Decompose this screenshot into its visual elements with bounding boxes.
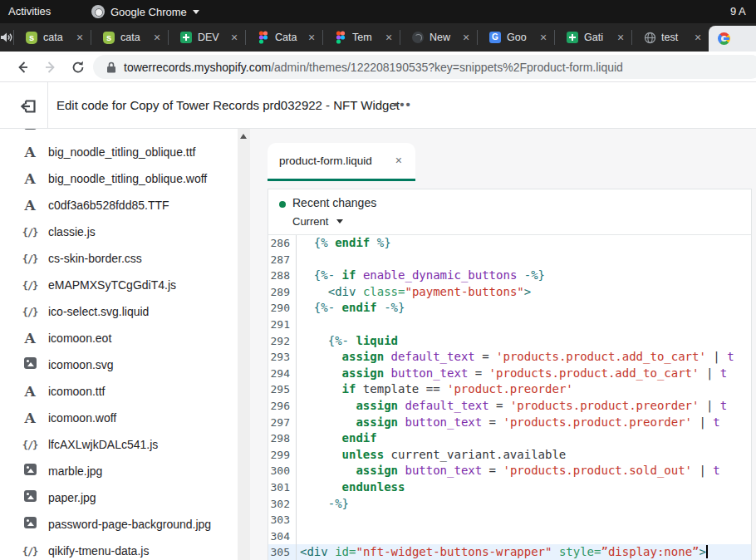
code-line[interactable]: 297 assign button_text = 'products.produ… <box>268 415 751 431</box>
code-file-icon: {/} <box>22 543 38 558</box>
code-line[interactable]: 292 {%- liquid <box>268 333 751 350</box>
browser-tab[interactable]: New× <box>400 23 477 52</box>
system-top-bar: Activities Google Chrome 9 A <box>0 0 756 23</box>
file-list-item[interactable]: {/}eMAPMXSyTCgGdiT4.js <box>0 272 238 298</box>
tab-close-icon[interactable]: × <box>75 32 85 42</box>
tab-list: scata×scata×DEV×Cata×Tem×New×GGoo×Gati×t… <box>13 23 756 52</box>
code-line[interactable]: 291 <box>268 317 751 333</box>
header-divider <box>47 82 48 129</box>
file-list-item[interactable]: {/}ico-select.svg.liquid <box>0 298 238 325</box>
code-line[interactable]: 286 {% endif %} <box>268 235 751 252</box>
image-file-icon <box>22 129 38 133</box>
file-list-item[interactable]: Abig_noodle_titling_oblique.ttf <box>0 139 238 165</box>
version-bar: Recent changes Current <box>268 189 751 235</box>
clock[interactable]: 9 A <box>730 0 746 23</box>
code-line-text <box>297 317 751 333</box>
file-list-item[interactable]: Ac0df3a6b528fdd85.TTF <box>0 192 238 219</box>
sheets-icon <box>566 31 579 44</box>
code-line-text: {%- if enable_dynamic_buttons -%} <box>297 268 751 284</box>
code-line[interactable]: 301 endunless <box>268 479 751 496</box>
tab-close-icon[interactable]: × <box>152 32 162 42</box>
code-line[interactable]: 305<div id="nft-widget-buttons-wrapper" … <box>268 544 751 560</box>
file-list-item[interactable] <box>0 129 238 139</box>
browser-tab[interactable]: test× <box>631 23 709 52</box>
more-actions-button[interactable]: ••• <box>389 96 417 115</box>
file-list-item[interactable]: {/}qikify-tmenu-data.js <box>0 538 238 560</box>
back-button[interactable] <box>12 57 32 77</box>
line-number: 289 <box>268 284 297 301</box>
code-line[interactable]: 289 <div class="payment-buttons"> <box>268 284 751 301</box>
tab-close-icon[interactable]: × <box>229 32 239 42</box>
tab-title: Goo <box>507 32 533 43</box>
line-number: 296 <box>268 398 297 415</box>
font-file-icon: A <box>22 330 38 346</box>
forward-button[interactable] <box>41 57 61 77</box>
code-line[interactable]: 287 <box>268 252 751 268</box>
address-bar[interactable]: towerrecords.myshopify.com/admin/themes/… <box>93 55 756 79</box>
code-line[interactable]: 294 assign button_text = 'products.produ… <box>268 366 751 382</box>
code-line[interactable]: 296 assign default_text = 'products.prod… <box>268 398 751 415</box>
browser-tab[interactable]: DEV× <box>168 23 245 52</box>
reload-button[interactable] <box>68 57 88 77</box>
tab-title: New <box>430 32 456 43</box>
image-file-icon <box>22 490 38 505</box>
tab-title: DEV <box>198 32 224 43</box>
browser-tab[interactable]: scata× <box>91 23 168 52</box>
activities-button[interactable]: Activities <box>8 0 51 23</box>
tab-close-icon[interactable]: × <box>693 32 703 42</box>
code-editor[interactable]: 286 {% endif %}287288 {%- if enable_dyna… <box>268 235 751 560</box>
code-line[interactable]: 290 {%- endif -%} <box>268 300 751 317</box>
file-list-item[interactable]: Aicomoon.ttf <box>0 378 238 405</box>
file-list-item[interactable]: icomoon.svg <box>0 351 238 378</box>
code-line[interactable]: 293 assign default_text = 'products.prod… <box>268 349 751 366</box>
sidebar-scrollbar[interactable] <box>238 129 250 560</box>
file-list-item[interactable]: {/}lfcAXLwjkDALc541.js <box>0 431 238 458</box>
tab-title: cata <box>120 32 147 43</box>
code-line[interactable]: 288 {%- if enable_dynamic_buttons -%} <box>268 268 751 284</box>
code-line[interactable]: 302 -%} <box>268 496 751 513</box>
file-list-item[interactable]: Aicomoon.woff <box>0 405 238 431</box>
tab-close-icon[interactable]: × <box>461 32 471 42</box>
browser-tab[interactable]: Tem× <box>322 23 400 52</box>
file-name: icomoon.woff <box>48 411 116 425</box>
line-number: 299 <box>268 447 297 464</box>
browser-tab[interactable]: Gati× <box>554 23 631 52</box>
browser-tab[interactable]: scata× <box>13 23 91 52</box>
browser-tab[interactable]: Cata× <box>245 23 322 52</box>
tab-close-icon[interactable]: × <box>538 32 548 42</box>
app-menu-label: Google Chrome <box>110 6 187 18</box>
code-line-text: <div class="payment-buttons"> <box>297 284 751 301</box>
file-list-item[interactable]: paper.jpg <box>0 484 238 511</box>
exit-code-editor-button[interactable] <box>17 95 40 118</box>
app-menu[interactable]: Google Chrome <box>91 0 199 23</box>
code-line-text: {%- endif -%} <box>297 300 751 317</box>
code-line[interactable]: 304 <box>268 528 751 545</box>
file-list-item[interactable]: Aicomoon.eot <box>0 325 238 351</box>
font-file-icon: A <box>22 197 38 214</box>
tab-close-icon[interactable]: × <box>616 32 626 42</box>
file-list-item[interactable]: marble.jpg <box>0 458 238 484</box>
file-list-item[interactable]: password-page-background.jpg <box>0 511 238 538</box>
version-dropdown[interactable]: Current <box>292 215 343 228</box>
file-list-item[interactable]: {/}classie.js <box>0 219 238 245</box>
scroll-up-arrow-icon[interactable] <box>240 134 247 139</box>
file-name: marble.jpg <box>48 464 102 478</box>
tab-close-icon[interactable]: × <box>307 32 317 42</box>
code-line[interactable]: 300 assign button_text = 'products.produ… <box>268 463 751 479</box>
code-line[interactable]: 303 <box>268 512 751 528</box>
code-line[interactable]: 295 if template == 'product.preorder' <box>268 381 751 398</box>
url-text[interactable]: towerrecords.myshopify.com/admin/themes/… <box>124 61 623 74</box>
editor-tab-close-icon[interactable]: × <box>395 154 402 167</box>
audio-indicator <box>0 23 13 52</box>
code-line-text: endif <box>297 430 751 447</box>
browser-tab[interactable]: GGoo× <box>477 23 554 52</box>
file-list-item[interactable]: Abig_noodle_titling_oblique.woff <box>0 165 238 192</box>
file-list-item[interactable]: {/}cs-skin-border.css <box>0 245 238 272</box>
code-line[interactable]: 299 unless current_variant.available <box>268 447 751 464</box>
browser-tab[interactable] <box>709 26 756 52</box>
editor-file-tab[interactable]: product-form.liquid × <box>268 143 415 181</box>
code-file-icon: {/} <box>22 278 38 292</box>
code-line[interactable]: 298 endif <box>268 430 751 447</box>
lock-icon[interactable] <box>106 61 116 73</box>
tab-close-icon[interactable]: × <box>384 32 394 42</box>
